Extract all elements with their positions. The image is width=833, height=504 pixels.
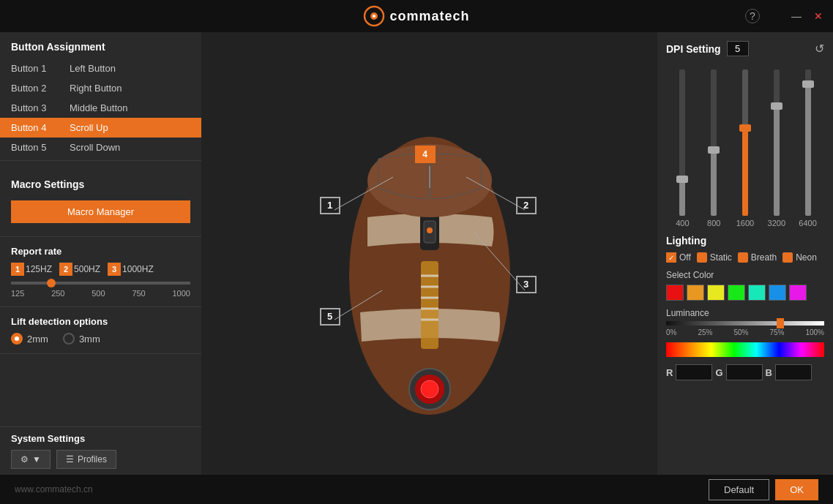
color-swatches [666, 285, 824, 301]
footer-buttons: Default OK [709, 479, 818, 500]
dpi-col-3200: 3200 [763, 69, 790, 227]
dpi-slider-6400[interactable] [805, 69, 811, 216]
ba-row-btn3[interactable]: Button 3 Middle Button [0, 98, 201, 118]
lift-3mm[interactable]: 3mm [63, 333, 100, 345]
lm-dot-breath [738, 252, 748, 263]
dpi-slider-1600[interactable] [742, 69, 748, 216]
system-title: System Settings [11, 433, 190, 444]
lift-3mm-label: 3mm [79, 334, 100, 345]
dpi-section: DPI Setting 5 ↺ 400 [666, 41, 824, 227]
help-button[interactable]: ? [745, 9, 760, 23]
radio-3mm [63, 333, 75, 345]
profiles-button[interactable]: ☰ Profiles [56, 450, 116, 469]
gear-button[interactable]: ⚙ ▼ [11, 450, 51, 469]
lm-label-neon: Neon [796, 252, 817, 263]
default-button[interactable]: Default [709, 479, 769, 500]
ba-label-3: Button 3 [11, 102, 70, 113]
sl-125: 125 [11, 289, 24, 298]
hz-num-3: 3 [108, 263, 121, 276]
select-color-title: Select Color [666, 270, 824, 280]
system-section: System Settings ⚙ ▼ ☰ Profiles [0, 426, 201, 475]
swatch-red[interactable] [666, 285, 684, 301]
dpi-col-label-3200: 3200 [768, 219, 785, 227]
lm-label-breath: Breath [751, 252, 777, 263]
lighting-section: Lighting Off Static Breath Neon [666, 235, 824, 380]
close-button[interactable]: ✕ [811, 9, 826, 23]
dpi-title: DPI Setting [666, 43, 721, 55]
left-panel: Button Assignment Button 1 Left Button B… [0, 32, 201, 475]
lift-title: Lift detection options [11, 316, 190, 327]
hz-label-1: 125HZ [26, 264, 52, 274]
macro-manager-button[interactable]: Macro Manager [11, 200, 190, 223]
luminance-slider[interactable] [666, 321, 824, 326]
lighting-mode-neon[interactable]: Neon [782, 252, 817, 263]
lighting-mode-static[interactable]: Static [697, 252, 732, 263]
hz-1000[interactable]: 3 1000HZ [108, 263, 154, 276]
macro-settings-title: Macro Settings [0, 170, 201, 196]
lift-2mm-label: 2mm [27, 334, 48, 345]
swatch-orange[interactable] [687, 285, 704, 301]
lift-section: Lift detection options 2mm 3mm [0, 310, 201, 350]
lighting-mode-breath[interactable]: Breath [738, 252, 777, 263]
mouse-btn-label-3: 3 [516, 276, 537, 293]
lum-75: 75% [769, 328, 784, 336]
hz-num-1: 1 [11, 263, 24, 276]
ba-label-5: Button 5 [11, 142, 70, 153]
svg-point-16 [421, 380, 438, 398]
g-input[interactable] [726, 364, 763, 380]
luminance-thumb[interactable] [777, 318, 784, 328]
r-input[interactable] [676, 364, 712, 380]
r-label: R [666, 367, 673, 378]
swatch-purple[interactable] [789, 285, 807, 301]
lift-2mm[interactable]: 2mm [11, 333, 48, 345]
swatch-yellow[interactable] [707, 285, 725, 301]
dpi-slider-800[interactable] [711, 69, 717, 216]
ba-value-3: Middle Button [70, 102, 128, 113]
ba-row-btn4[interactable]: Button 4 Scroll Up [0, 118, 201, 138]
ba-value-5: Scroll Down [70, 142, 120, 153]
lm-label-static: Static [710, 252, 732, 263]
button-assignment-table: Button 1 Left Button Button 2 Right Butt… [0, 59, 201, 157]
dpi-col-1600: 1600 [732, 69, 759, 227]
hz-num-2: 2 [59, 263, 72, 276]
minimize-button[interactable]: — [789, 9, 804, 23]
logo-icon [363, 5, 385, 27]
hz-500[interactable]: 2 500HZ [59, 263, 100, 276]
title-bar: commatech ? — ✕ [0, 0, 833, 32]
dpi-slider-3200[interactable] [774, 69, 780, 216]
right-panel: DPI Setting 5 ↺ 400 [657, 32, 833, 475]
b-input[interactable] [775, 364, 812, 380]
mouse-btn-label-4: 4 [415, 146, 436, 163]
svg-rect-4 [421, 261, 438, 349]
slider-thumb[interactable] [47, 279, 56, 287]
rainbow-bar[interactable] [666, 342, 824, 357]
svg-point-12 [427, 227, 433, 233]
dpi-reset-button[interactable]: ↺ [815, 42, 824, 56]
window-controls: ? — ✕ [789, 9, 826, 23]
report-rate-section: Report rate 1 125HZ 2 500HZ 3 1000HZ [0, 240, 201, 304]
hz-125[interactable]: 1 125HZ [11, 263, 52, 276]
ba-row-btn2[interactable]: Button 2 Right Button [0, 78, 201, 98]
dpi-value: 5 [727, 41, 749, 56]
ba-value-4: Scroll Up [70, 122, 108, 133]
ok-button[interactable]: OK [775, 479, 818, 500]
main-content: Button Assignment Button 1 Left Button B… [0, 32, 833, 475]
dpi-slider-400[interactable] [679, 69, 685, 216]
swatch-teal[interactable] [748, 285, 766, 301]
ba-row-btn1[interactable]: Button 1 Left Button [0, 59, 201, 78]
luminance-labels: 0% 25% 50% 75% 100% [666, 328, 824, 336]
swatch-blue[interactable] [769, 285, 786, 301]
divider-1 [0, 160, 201, 161]
dpi-col-6400: 6400 [794, 69, 821, 227]
swatch-green[interactable] [728, 285, 745, 301]
lighting-mode-off[interactable]: Off [666, 252, 691, 263]
report-rate-slider[interactable] [11, 282, 190, 285]
rgb-inputs: R G B [666, 364, 824, 380]
dpi-col-label-1600: 1600 [736, 219, 754, 227]
ba-row-btn5[interactable]: Button 5 Scroll Down [0, 138, 201, 157]
divider-4 [0, 353, 201, 354]
lum-25: 25% [698, 328, 712, 336]
mouse-btn-label-1: 1 [320, 197, 340, 214]
mouse-btn-label-5: 5 [320, 308, 340, 326]
dpi-col-label-800: 800 [707, 219, 720, 227]
